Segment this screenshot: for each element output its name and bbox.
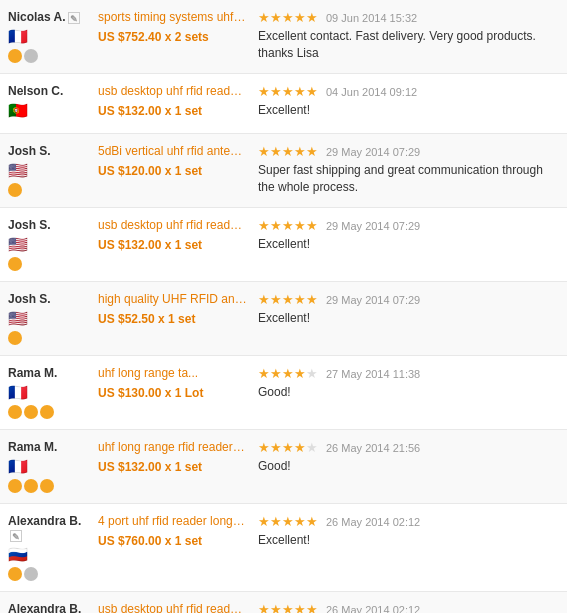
star-icon: ★ bbox=[306, 514, 318, 529]
review-text: Excellent! bbox=[258, 310, 559, 327]
rating-row: ★★★★★ 29 May 2014 07:29 bbox=[258, 218, 559, 233]
star-icon: ★ bbox=[282, 440, 294, 455]
product-name[interactable]: uhf long range ta... bbox=[98, 366, 248, 382]
country-flag: 🇵🇹 bbox=[8, 101, 90, 120]
product-price: US $752.40 x 2 sets bbox=[98, 30, 250, 44]
reviewer-info: Nicolas A.✎ 🇫🇷 bbox=[8, 10, 98, 63]
reviewer-info: Alexandra B.✎ 🇷🇺 bbox=[8, 514, 98, 581]
rating-row: ★★★★★ 09 Jun 2014 15:32 bbox=[258, 10, 559, 25]
review-date: 04 Jun 2014 09:12 bbox=[326, 86, 417, 98]
country-flag: 🇺🇸 bbox=[8, 161, 90, 180]
star-icon: ★ bbox=[258, 366, 270, 381]
star-icon: ★ bbox=[282, 218, 294, 233]
product-name[interactable]: usb desktop uhf rfid reader and wi... bbox=[98, 602, 248, 613]
product-name[interactable]: 5dBi vertical uhf rfid antenna 860-... bbox=[98, 144, 248, 160]
product-info: sports timing systems uhf lmpinj R... US… bbox=[98, 10, 258, 63]
star-rating: ★★★★★ bbox=[258, 144, 318, 159]
star-icon: ★ bbox=[294, 292, 306, 307]
review-date: 26 May 2014 21:56 bbox=[326, 442, 420, 454]
review-date: 27 May 2014 11:38 bbox=[326, 368, 420, 380]
medal-group bbox=[8, 405, 90, 419]
star-icon: ★ bbox=[306, 440, 318, 455]
star-rating: ★★★★★ bbox=[258, 366, 318, 381]
reviewer-info: Josh S. 🇺🇸 bbox=[8, 292, 98, 345]
rating-row: ★★★★★ 04 Jun 2014 09:12 bbox=[258, 84, 559, 99]
review-text: Excellent! bbox=[258, 236, 559, 253]
star-rating: ★★★★★ bbox=[258, 440, 318, 455]
product-info: usb desktop uhf rfid reader and wi... US… bbox=[98, 602, 258, 613]
star-icon: ★ bbox=[258, 144, 270, 159]
review-date: 29 May 2014 07:29 bbox=[326, 294, 420, 306]
medal-group bbox=[8, 479, 90, 493]
star-icon: ★ bbox=[282, 366, 294, 381]
rating-row: ★★★★★ 27 May 2014 11:38 bbox=[258, 366, 559, 381]
reviewer-name: Nelson C. bbox=[8, 84, 90, 98]
star-icon: ★ bbox=[270, 84, 282, 99]
country-flag: 🇫🇷 bbox=[8, 457, 90, 476]
star-icon: ★ bbox=[270, 292, 282, 307]
reviewer-info: Nelson C. 🇵🇹 bbox=[8, 84, 98, 123]
product-info: usb desktop uhf rfid reader and wi... US… bbox=[98, 84, 258, 123]
review-text: Excellent! bbox=[258, 532, 559, 549]
star-icon: ★ bbox=[306, 84, 318, 99]
product-price: US $132.00 x 1 set bbox=[98, 460, 250, 474]
star-icon: ★ bbox=[258, 602, 270, 613]
review-details: ★★★★★ 29 May 2014 07:29 Excellent! bbox=[258, 292, 559, 345]
star-icon: ★ bbox=[282, 514, 294, 529]
review-date: 29 May 2014 07:29 bbox=[326, 146, 420, 158]
product-name[interactable]: usb desktop uhf rfid reader and wi... bbox=[98, 218, 248, 234]
medal-icon bbox=[24, 49, 38, 63]
product-name[interactable]: sports timing systems uhf lmpinj R... bbox=[98, 10, 248, 26]
star-icon: ★ bbox=[270, 440, 282, 455]
medal-icon bbox=[8, 257, 22, 271]
star-icon: ★ bbox=[258, 218, 270, 233]
review-details: ★★★★★ 27 May 2014 11:38 Good! bbox=[258, 366, 559, 419]
medal-icon bbox=[8, 479, 22, 493]
product-name[interactable]: high quality UHF RFID antenna 9dBi bbox=[98, 292, 248, 308]
medal-group bbox=[8, 49, 90, 63]
product-name[interactable]: uhf long range rfid reader usb bbox=[98, 440, 248, 456]
medal-group bbox=[8, 331, 90, 345]
star-icon: ★ bbox=[306, 10, 318, 25]
reviewer-name: Nicolas A.✎ bbox=[8, 10, 90, 24]
star-icon: ★ bbox=[270, 144, 282, 159]
star-icon: ★ bbox=[270, 10, 282, 25]
product-info: uhf long range rfid reader usb US $132.0… bbox=[98, 440, 258, 493]
table-row: Rama M. 🇫🇷 uhf long range rfid reader us… bbox=[0, 430, 567, 504]
medal-icon bbox=[8, 331, 22, 345]
star-icon: ★ bbox=[258, 10, 270, 25]
star-icon: ★ bbox=[294, 366, 306, 381]
star-icon: ★ bbox=[270, 514, 282, 529]
medal-icon bbox=[8, 567, 22, 581]
reviewer-info: Alexandra B. 🇷🇺 bbox=[8, 602, 98, 613]
review-text: Super fast shipping and great communicat… bbox=[258, 162, 559, 196]
table-row: Alexandra B.✎ 🇷🇺 4 port uhf rfid reader … bbox=[0, 504, 567, 592]
medal-group bbox=[8, 257, 90, 271]
star-icon: ★ bbox=[270, 602, 282, 613]
product-price: US $132.00 x 1 set bbox=[98, 238, 250, 252]
star-icon: ★ bbox=[306, 292, 318, 307]
rating-row: ★★★★★ 29 May 2014 07:29 bbox=[258, 144, 559, 159]
table-row: Nelson C. 🇵🇹 usb desktop uhf rfid reader… bbox=[0, 74, 567, 134]
reviewer-name: Alexandra B.✎ bbox=[8, 514, 90, 542]
product-price: US $132.00 x 1 set bbox=[98, 104, 250, 118]
product-name[interactable]: usb desktop uhf rfid reader and wi... bbox=[98, 84, 248, 100]
edit-icon[interactable]: ✎ bbox=[68, 12, 80, 24]
star-icon: ★ bbox=[282, 10, 294, 25]
medal-icon bbox=[8, 183, 22, 197]
country-flag: 🇺🇸 bbox=[8, 309, 90, 328]
star-icon: ★ bbox=[294, 514, 306, 529]
country-flag: 🇷🇺 bbox=[8, 545, 90, 564]
product-info: 5dBi vertical uhf rfid antenna 860-... U… bbox=[98, 144, 258, 197]
product-name[interactable]: 4 port uhf rfid reader long range w... bbox=[98, 514, 248, 530]
table-row: Josh S. 🇺🇸 usb desktop uhf rfid reader a… bbox=[0, 208, 567, 282]
star-icon: ★ bbox=[294, 10, 306, 25]
medal-icon bbox=[40, 405, 54, 419]
rating-row: ★★★★★ 29 May 2014 07:29 bbox=[258, 292, 559, 307]
review-text: Excellent! bbox=[258, 102, 559, 119]
star-icon: ★ bbox=[282, 144, 294, 159]
product-info: 4 port uhf rfid reader long range w... U… bbox=[98, 514, 258, 581]
review-text: Good! bbox=[258, 458, 559, 475]
product-info: high quality UHF RFID antenna 9dBi US $5… bbox=[98, 292, 258, 345]
edit-icon[interactable]: ✎ bbox=[10, 530, 22, 542]
